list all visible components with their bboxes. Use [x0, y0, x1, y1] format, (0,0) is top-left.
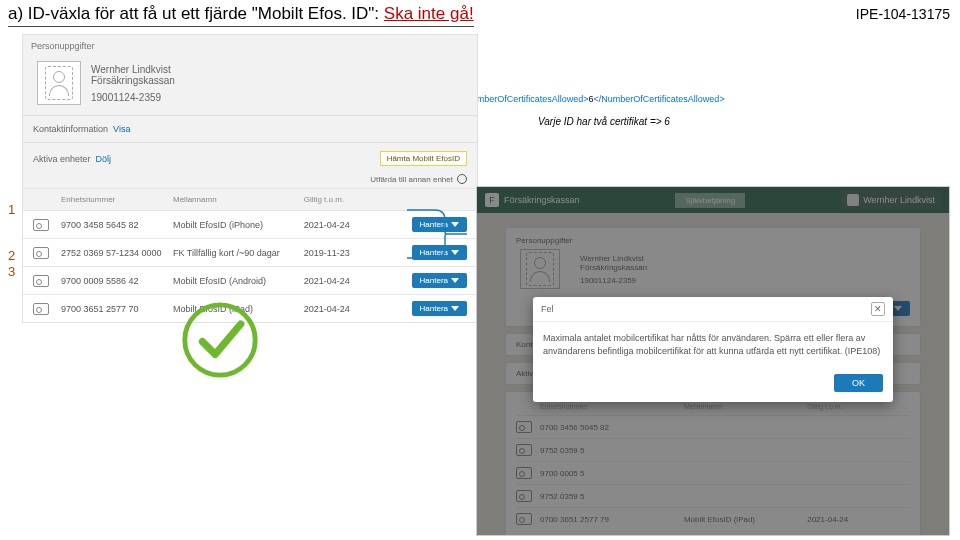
profile-photo — [37, 61, 81, 105]
close-icon[interactable]: ✕ — [871, 302, 885, 316]
fetch-efosid-box[interactable]: Hämta Mobilt EfosID — [380, 151, 467, 166]
slide-title: a) ID-växla för att få ut ett fjärde "Mo… — [8, 4, 474, 27]
chevron-down-icon — [451, 250, 459, 255]
card-icon — [33, 303, 49, 315]
card-icon — [33, 219, 49, 231]
title-prefix: a) ID-växla för att få ut ett fjärde "Mo… — [8, 4, 384, 23]
chevron-down-icon — [451, 278, 459, 283]
modal-body: Maximala antalet mobilcertifikat har nåt… — [533, 322, 893, 368]
profile-name: Wernher Lindkvist — [91, 64, 175, 75]
link-visa[interactable]: Visa — [113, 124, 130, 134]
manage-button[interactable]: Hantera — [412, 245, 467, 260]
manage-button[interactable]: Hantera — [412, 301, 467, 316]
doc-id: IPE-104-13175 — [856, 6, 950, 22]
section-personuppgifter: Personuppgifter — [23, 35, 477, 57]
error-modal: Fel✕ Maximala antalet mobilcertifikat ha… — [533, 297, 893, 402]
row-number: 1 — [8, 202, 15, 217]
manage-button[interactable]: Hantera — [412, 273, 467, 288]
manage-button[interactable]: Hantera — [412, 217, 467, 232]
card-icon — [33, 247, 49, 259]
active-row: Aktiva enheter Dölj Hämta Mobilt EfosID — [23, 143, 477, 174]
contact-row: Kontaktinformation Visa — [23, 116, 477, 142]
table-row: 9700 0009 5586 42 Mobilt EfosID (Android… — [23, 266, 477, 294]
title-warning: Ska inte gå! — [384, 4, 474, 23]
issue-other-device[interactable]: Utfärda till annan enhet — [23, 174, 477, 188]
gear-icon — [457, 174, 467, 184]
success-check-icon — [180, 300, 260, 380]
profile-org: Försäkringskassan — [91, 75, 175, 86]
table-row: 2752 0369 57-1234 0000 FK Tillfällig kor… — [23, 238, 477, 266]
link-hide[interactable]: Dölj — [96, 154, 112, 164]
row-number: 2 — [8, 248, 15, 263]
table-row: 9700 3458 5645 82 Mobilt EfosID (iPhone)… — [23, 210, 477, 238]
cert-note: Varje ID har två certifikat => 6 — [538, 116, 670, 127]
chevron-down-icon — [451, 306, 459, 311]
xml-snippet: <NumberOfCertificatesAllowed>6</NumberOf… — [460, 94, 725, 104]
profile-pnr: 19001124-2359 — [91, 92, 175, 103]
left-panel: Personuppgifter Wernher Lindkvist Försäk… — [22, 34, 478, 323]
card-icon — [33, 275, 49, 287]
row-number: 3 — [8, 264, 15, 279]
ok-button[interactable]: OK — [834, 374, 883, 392]
portrait-icon — [45, 66, 73, 100]
chevron-down-icon — [451, 222, 459, 227]
table-header: Enhetsnummer Mellannamn Giltig t.o.m. — [23, 188, 477, 210]
profile-block: Wernher Lindkvist Försäkringskassan 1900… — [23, 57, 477, 115]
modal-title: Fel — [541, 304, 554, 314]
svg-point-0 — [185, 305, 255, 375]
right-panel: FFörsäkringskassan Självbetjäning Wernhe… — [476, 186, 950, 536]
